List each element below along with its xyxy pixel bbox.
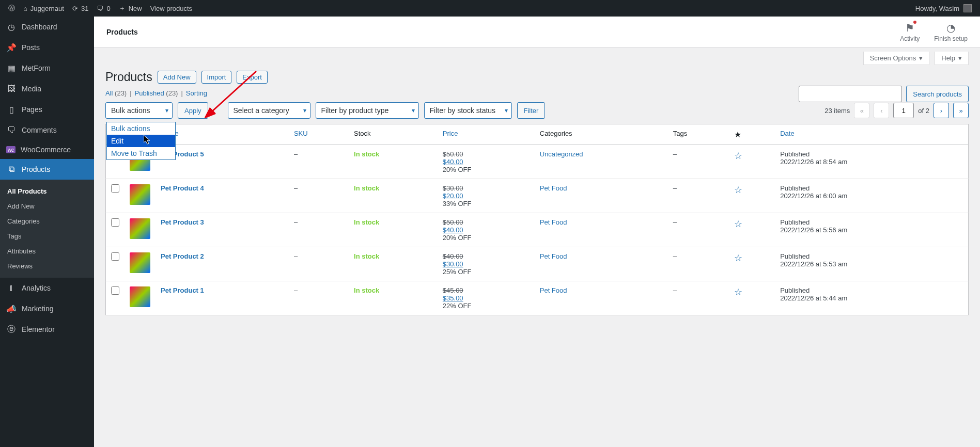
export-button[interactable]: Export <box>237 71 268 84</box>
bulk-option-trash[interactable]: Move to Trash <box>107 147 175 159</box>
comments-link[interactable]: 🗨0 <box>92 0 114 17</box>
view-products-link[interactable]: View products <box>146 0 196 17</box>
howdy-label[interactable]: Howdy, Wasim <box>915 5 959 12</box>
screen-options-toggle[interactable]: Screen Options ▾ <box>863 52 930 65</box>
featured-star[interactable]: ☆ <box>734 253 742 263</box>
updates-link[interactable]: ⟳31 <box>68 0 92 17</box>
category-link[interactable]: Pet Food <box>540 286 567 294</box>
stock-status: In stock <box>354 218 379 226</box>
col-sku[interactable]: SKU <box>289 124 349 145</box>
new-link[interactable]: ＋New <box>115 0 146 17</box>
filter-button[interactable]: Filter <box>517 102 546 119</box>
sidebar-item-pages[interactable]: ▯Pages <box>0 99 94 120</box>
product-name-link[interactable]: Pet Product 4 <box>161 184 204 192</box>
featured-star[interactable]: ☆ <box>734 185 742 195</box>
sidebar-item-metform[interactable]: ▦MetForm <box>0 58 94 78</box>
featured-star[interactable]: ☆ <box>734 151 742 161</box>
avatar[interactable] <box>963 4 972 12</box>
apply-button[interactable]: Apply <box>178 102 208 119</box>
elementor-icon: ⓔ <box>6 324 17 334</box>
sidebar-sub-categories[interactable]: Categories <box>0 214 94 229</box>
plus-icon: ＋ <box>119 4 126 13</box>
sidebar-sub-add-new[interactable]: Add New <box>0 199 94 214</box>
product-thumbnail[interactable] <box>130 286 150 307</box>
featured-star[interactable]: ☆ <box>734 219 742 229</box>
sidebar-item-products[interactable]: ⧉Products <box>0 159 94 180</box>
sidebar-sub-reviews[interactable]: Reviews <box>0 259 94 274</box>
page-number-input[interactable] <box>893 103 914 118</box>
bulk-actions-select[interactable]: Bulk actions <box>105 102 173 119</box>
add-new-button[interactable]: Add New <box>158 71 196 84</box>
sidebar-item-media[interactable]: 🖾Media <box>0 78 94 99</box>
sidebar-item-comments[interactable]: 🗨Comments <box>0 120 94 140</box>
filter-all[interactable]: All <box>105 89 113 97</box>
category-link[interactable]: Uncategorized <box>540 150 583 158</box>
featured-star[interactable]: ☆ <box>734 287 742 297</box>
products-table: ▣ Name SKU Stock Price Categories Tags ★… <box>105 124 969 315</box>
sku-cell: – <box>289 281 349 315</box>
sku-cell: – <box>289 145 349 179</box>
product-name-link[interactable]: Pet Product 3 <box>161 218 204 226</box>
sidebar-item-elementor[interactable]: ⓔElementor <box>0 319 94 340</box>
separator: | <box>181 89 182 97</box>
sidebar-item-woocommerce[interactable]: wcWooCommerce <box>0 140 94 159</box>
of-pages: of 2 <box>918 107 929 115</box>
sidebar-submenu: All Products Add New Categories Tags Att… <box>0 180 94 278</box>
import-button[interactable]: Import <box>201 71 232 84</box>
product-type-select[interactable]: Filter by product type <box>316 102 419 119</box>
published-count: (23) <box>166 89 178 97</box>
category-link[interactable]: Pet Food <box>540 218 567 226</box>
finish-setup-button[interactable]: ◔ Finish setup <box>934 22 968 42</box>
category-link[interactable]: Pet Food <box>540 252 567 260</box>
help-toggle[interactable]: Help ▾ <box>935 52 969 65</box>
product-name-link[interactable]: Pet Product 1 <box>161 286 204 294</box>
items-count: 23 items <box>825 107 850 115</box>
price-cell: $50.00 $40.00 20% OFF <box>438 145 535 179</box>
product-thumbnail[interactable] <box>130 184 150 205</box>
sidebar-sub-tags[interactable]: Tags <box>0 229 94 244</box>
refresh-icon: ⟳ <box>72 5 78 12</box>
sidebar-sub-attributes[interactable]: Attributes <box>0 244 94 259</box>
bulk-option-none[interactable]: Bulk actions <box>107 122 175 135</box>
progress-icon: ◔ <box>946 22 955 34</box>
row-checkbox[interactable] <box>111 286 119 295</box>
media-icon: 🖾 <box>6 84 17 94</box>
row-checkbox[interactable] <box>111 218 119 227</box>
stock-status-select[interactable]: Filter by stock status <box>424 102 512 119</box>
page-title: Products <box>106 28 138 36</box>
product-name-link[interactable]: Pet Product 2 <box>161 252 204 260</box>
sidebar-item-posts[interactable]: 📌Posts <box>0 37 94 58</box>
site-name: Juggernaut <box>30 5 64 12</box>
col-price[interactable]: Price <box>438 124 535 145</box>
sidebar-label: MetForm <box>22 64 51 72</box>
tags-cell: – <box>668 247 729 281</box>
date-cell: Published2022/12/26 at 8:54 am <box>775 145 968 179</box>
row-checkbox[interactable] <box>111 252 119 261</box>
product-thumbnail[interactable] <box>130 252 150 273</box>
wp-logo[interactable]: ⓦ <box>4 0 19 17</box>
row-checkbox[interactable] <box>111 184 119 193</box>
next-page-button[interactable]: › <box>934 103 949 118</box>
category-link[interactable]: Pet Food <box>540 184 567 192</box>
prev-page-button[interactable]: ‹ <box>874 103 889 118</box>
search-input[interactable] <box>799 86 902 102</box>
filter-published[interactable]: Published <box>135 89 164 97</box>
col-categories: Categories <box>540 130 572 137</box>
sidebar-item-dashboard[interactable]: ◷Dashboard <box>0 17 94 37</box>
activity-button[interactable]: ⚑ Activity <box>900 22 920 42</box>
product-thumbnail[interactable] <box>130 218 150 239</box>
sidebar-sub-all-products[interactable]: All Products <box>0 184 94 199</box>
sidebar-label: Comments <box>22 126 57 134</box>
last-page-button[interactable]: » <box>953 103 969 118</box>
search-button[interactable]: Search products <box>906 86 969 102</box>
sidebar-item-analytics[interactable]: ⫿Analytics <box>0 278 94 298</box>
filter-sorting[interactable]: Sorting <box>186 89 207 97</box>
category-select[interactable]: Select a category <box>228 102 310 119</box>
site-link[interactable]: ⌂Juggernaut <box>19 0 68 17</box>
sidebar-item-marketing[interactable]: 📣Marketing <box>0 298 94 319</box>
new-label: New <box>129 5 142 12</box>
bulk-option-edit[interactable]: Edit <box>107 135 175 147</box>
col-date[interactable]: Date <box>775 124 968 145</box>
bulk-actions-dropdown: Bulk actions Edit Move to Trash <box>106 122 176 160</box>
first-page-button[interactable]: « <box>854 103 869 118</box>
